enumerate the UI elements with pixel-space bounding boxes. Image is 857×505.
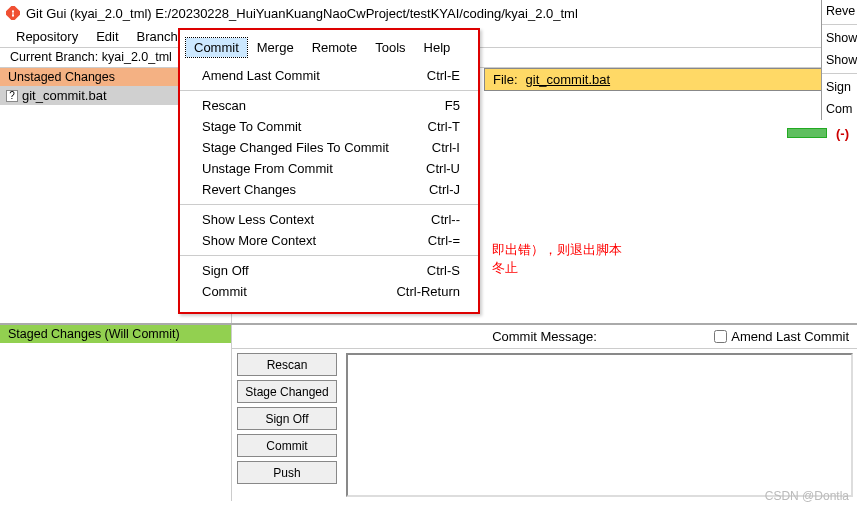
menu-item-accel: Ctrl-S bbox=[427, 263, 460, 278]
menu-item-label: Stage Changed Files To Commit bbox=[202, 140, 389, 155]
stage-changed-button[interactable]: Stage Changed bbox=[237, 380, 337, 403]
commit-header: Commit Message: Amend Last Commit bbox=[232, 325, 857, 349]
menu-item[interactable]: Unstage From CommitCtrl-U bbox=[180, 158, 478, 179]
popup-item[interactable]: Reve bbox=[822, 0, 857, 22]
dropdown-tab-merge[interactable]: Merge bbox=[249, 38, 302, 57]
commit-buttons: Rescan Stage Changed Sign Off Commit Pus… bbox=[232, 349, 342, 501]
menu-item-label: Unstage From Commit bbox=[202, 161, 333, 176]
menu-item-accel: Ctrl-E bbox=[427, 68, 460, 83]
right-context-menu: Reve Show Show Sign Com bbox=[821, 0, 857, 120]
dropdown-tab-remote[interactable]: Remote bbox=[304, 38, 366, 57]
file-banner-name[interactable]: git_commit.bat bbox=[526, 72, 611, 87]
menu-item-label: Commit bbox=[202, 284, 247, 299]
menu-separator bbox=[180, 90, 478, 91]
amend-checkbox-input[interactable] bbox=[714, 330, 727, 343]
window-title: Git Gui (kyai_2.0_tml) E:/20230228_HuiYu… bbox=[26, 6, 578, 21]
popup-item[interactable]: Show bbox=[822, 49, 857, 71]
menu-separator bbox=[180, 255, 478, 256]
watermark: CSDN @Dontla bbox=[765, 489, 849, 503]
menu-separator bbox=[180, 204, 478, 205]
staged-column: Staged Changes (Will Commit) bbox=[0, 325, 232, 501]
menu-item-label: Rescan bbox=[202, 98, 246, 113]
commit-body: Rescan Stage Changed Sign Off Commit Pus… bbox=[232, 349, 857, 501]
diff-overview-bar[interactable] bbox=[787, 128, 827, 138]
menu-item-accel: F5 bbox=[445, 98, 460, 113]
menu-item-label: Stage To Commit bbox=[202, 119, 301, 134]
file-name: git_commit.bat bbox=[22, 88, 107, 103]
commit-menu-dropdown: Commit Merge Remote Tools Help Amend Las… bbox=[178, 28, 480, 314]
diff-content: 即出错），则退出脚本 冬止 bbox=[482, 91, 857, 287]
commit-message-label: Commit Message: bbox=[492, 329, 597, 344]
git-icon bbox=[6, 6, 20, 20]
menu-item-label: Revert Changes bbox=[202, 182, 296, 197]
menu-edit[interactable]: Edit bbox=[88, 27, 126, 46]
commit-message-input[interactable] bbox=[346, 353, 853, 497]
file-banner: File: git_commit.bat bbox=[484, 68, 857, 91]
dropdown-menubar-slice: Commit Merge Remote Tools Help bbox=[180, 38, 478, 65]
amend-checkbox-label: Amend Last Commit bbox=[731, 329, 849, 344]
menu-item[interactable]: RescanF5 bbox=[180, 95, 478, 116]
dropdown-tab-help[interactable]: Help bbox=[416, 38, 459, 57]
menu-item[interactable]: Stage Changed Files To CommitCtrl-I bbox=[180, 137, 478, 158]
rescan-button[interactable]: Rescan bbox=[237, 353, 337, 376]
titlebar: Git Gui (kyai_2.0_tml) E:/20230228_HuiYu… bbox=[0, 0, 857, 26]
file-status-icon: ? bbox=[6, 90, 18, 102]
diff-line-1: 即出错），则退出脚本 bbox=[492, 241, 847, 259]
menu-item-label: Amend Last Commit bbox=[202, 68, 320, 83]
menu-item-accel: Ctrl-T bbox=[428, 119, 461, 134]
commit-column: Commit Message: Amend Last Commit Rescan… bbox=[232, 325, 857, 501]
push-button[interactable]: Push bbox=[237, 461, 337, 484]
menu-item[interactable]: Amend Last CommitCtrl-E bbox=[180, 65, 478, 86]
menu-item-accel: Ctrl-U bbox=[426, 161, 460, 176]
menu-item[interactable]: Show Less ContextCtrl-- bbox=[180, 209, 478, 230]
popup-item[interactable]: Sign bbox=[822, 76, 857, 98]
menu-item-label: Show More Context bbox=[202, 233, 316, 248]
menu-item-label: Show Less Context bbox=[202, 212, 314, 227]
menu-item[interactable]: CommitCtrl-Return bbox=[180, 281, 478, 302]
commit-button[interactable]: Commit bbox=[237, 434, 337, 457]
sign-off-button[interactable]: Sign Off bbox=[237, 407, 337, 430]
menu-item-label: Sign Off bbox=[202, 263, 249, 278]
dropdown-tab-tools[interactable]: Tools bbox=[367, 38, 413, 57]
menu-item-accel: Ctrl-I bbox=[432, 140, 460, 155]
menu-repository[interactable]: Repository bbox=[8, 27, 86, 46]
popup-separator bbox=[822, 73, 857, 74]
dropdown-tab-commit[interactable]: Commit bbox=[186, 38, 247, 57]
amend-last-commit-checkbox[interactable]: Amend Last Commit bbox=[714, 329, 849, 344]
diff-minus-marker: (-) bbox=[836, 126, 849, 141]
menu-item[interactable]: Sign OffCtrl-S bbox=[180, 260, 478, 281]
menu-item-accel: Ctrl-J bbox=[429, 182, 460, 197]
menu-item[interactable]: Revert ChangesCtrl-J bbox=[180, 179, 478, 200]
popup-item[interactable]: Com bbox=[822, 98, 857, 120]
popup-item[interactable]: Show bbox=[822, 27, 857, 49]
menu-item-accel: Ctrl-- bbox=[431, 212, 460, 227]
staged-header: Staged Changes (Will Commit) bbox=[0, 325, 231, 343]
bottom-area: Staged Changes (Will Commit) Commit Mess… bbox=[0, 323, 857, 501]
diff-line-2: 冬止 bbox=[492, 259, 847, 277]
popup-separator bbox=[822, 24, 857, 25]
menu-item-accel: Ctrl-= bbox=[428, 233, 460, 248]
svg-rect-3 bbox=[12, 11, 13, 15]
menu-item[interactable]: Stage To CommitCtrl-T bbox=[180, 116, 478, 137]
file-banner-label: File: bbox=[493, 72, 518, 87]
menu-item-accel: Ctrl-Return bbox=[396, 284, 460, 299]
menu-item[interactable]: Show More ContextCtrl-= bbox=[180, 230, 478, 251]
